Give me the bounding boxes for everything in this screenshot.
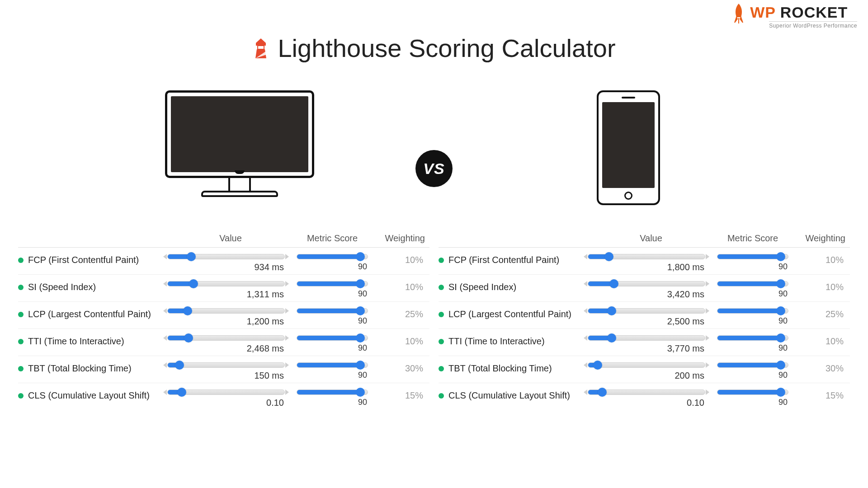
value-slider[interactable] (167, 389, 285, 395)
score-slider[interactable] (717, 254, 788, 259)
metric-label: TTI (Time to Interactive) (439, 335, 588, 347)
metric-score: 90 (294, 289, 371, 299)
value-slider[interactable] (588, 254, 705, 259)
metric-label: CLS (Cumulative Layout Shift) (439, 389, 588, 401)
value-slider[interactable] (588, 281, 705, 286)
score-slider[interactable] (717, 389, 788, 395)
desktop-metrics-table: Value Metric Score Weighting FCP (First … (18, 233, 429, 410)
col-score: Metric Score (294, 233, 371, 244)
value-slider[interactable] (588, 335, 705, 341)
metric-score: 90 (294, 343, 371, 353)
status-dot-icon (18, 312, 24, 317)
value-slider[interactable] (588, 362, 705, 368)
brand-rocket: ROCKET (780, 4, 848, 21)
metric-label: FCP (First Contentful Paint) (439, 254, 588, 265)
mobile-device-icon (597, 90, 660, 205)
metric-value: 1,200 ms (167, 316, 285, 327)
metric-score: 90 (294, 262, 371, 272)
value-slider[interactable] (167, 335, 285, 341)
svg-rect-0 (258, 46, 264, 49)
metric-row: TTI (Time to Interactive)2,468 ms9010% (18, 328, 429, 356)
metric-name: FCP (First Contentful Paint) (448, 255, 559, 265)
metric-weight: 15% (371, 389, 425, 401)
metric-weight: 25% (791, 308, 845, 319)
brand-tagline: Superior WordPress Performance (769, 21, 857, 29)
metric-value: 0.10 (588, 398, 705, 408)
metric-name: SI (Speed Index) (448, 282, 516, 292)
value-slider[interactable] (167, 281, 285, 286)
metric-name: TTI (Time to Interactive) (28, 336, 124, 347)
value-slider[interactable] (167, 308, 285, 314)
metric-weight: 10% (371, 254, 425, 265)
score-slider[interactable] (717, 335, 788, 341)
col-value: Value (167, 233, 294, 244)
col-value: Value (588, 233, 714, 244)
metric-name: TTI (Time to Interactive) (448, 336, 545, 347)
status-dot-icon (439, 285, 444, 290)
metric-weight: 10% (791, 281, 845, 292)
value-slider[interactable] (167, 254, 285, 259)
rocket-icon (731, 4, 746, 23)
metric-label: TBT (Total Blocking Time) (18, 362, 167, 374)
desktop-device-icon (165, 90, 314, 205)
metric-score: 90 (714, 343, 791, 353)
metric-score: 90 (714, 316, 791, 326)
metric-row: TTI (Time to Interactive)3,770 ms9010% (439, 328, 850, 356)
metric-row: FCP (First Contentful Paint)1,800 ms9010… (439, 248, 850, 274)
metric-value: 2,468 ms (167, 343, 285, 354)
metric-weight: 10% (371, 281, 425, 292)
mobile-metrics-table: Value Metric Score Weighting FCP (First … (439, 233, 850, 410)
metric-row: CLS (Cumulative Layout Shift)0.109015% (439, 383, 850, 410)
score-slider[interactable] (717, 281, 788, 286)
status-dot-icon (18, 393, 24, 399)
metric-name: TBT (Total Blocking Time) (28, 363, 132, 374)
score-slider[interactable] (717, 308, 788, 314)
metric-weight: 10% (371, 335, 425, 347)
score-slider[interactable] (297, 254, 368, 259)
score-slider[interactable] (297, 308, 368, 314)
metric-weight: 10% (791, 335, 845, 347)
metric-value: 3,420 ms (588, 289, 705, 300)
metric-row: CLS (Cumulative Layout Shift)0.109015% (18, 383, 429, 410)
score-slider[interactable] (717, 362, 788, 368)
metric-name: SI (Speed Index) (28, 282, 96, 292)
metric-row: TBT (Total Blocking Time)200 ms9030% (439, 356, 850, 383)
brand-logo: WP ROCKET Superior WordPress Performance (731, 4, 857, 29)
score-slider[interactable] (297, 389, 368, 395)
metric-row: LCP (Largest Contentful Paint)1,200 ms90… (18, 301, 429, 328)
metric-value: 2,500 ms (588, 316, 705, 327)
status-dot-icon (439, 366, 444, 371)
brand-wp: WP (750, 4, 775, 21)
metric-label: LCP (Largest Contentful Paint) (18, 308, 167, 319)
col-weight: Weighting (371, 233, 425, 244)
value-slider[interactable] (588, 308, 705, 314)
metric-name: CLS (Cumulative Layout Shift) (448, 390, 570, 401)
value-slider[interactable] (588, 389, 705, 395)
status-dot-icon (439, 339, 444, 344)
metric-name: CLS (Cumulative Layout Shift) (28, 390, 150, 401)
status-dot-icon (439, 258, 444, 263)
metric-label: LCP (Largest Contentful Paint) (439, 308, 588, 319)
metric-value: 1,311 ms (167, 289, 285, 300)
col-score: Metric Score (714, 233, 791, 244)
metric-label: CLS (Cumulative Layout Shift) (18, 389, 167, 401)
metric-row: SI (Speed Index)1,311 ms9010% (18, 274, 429, 301)
metric-score: 90 (714, 371, 791, 380)
metric-score: 90 (294, 398, 371, 407)
score-slider[interactable] (297, 362, 368, 368)
score-slider[interactable] (297, 335, 368, 341)
status-dot-icon (18, 285, 24, 290)
status-dot-icon (18, 258, 24, 263)
metric-value: 934 ms (167, 262, 285, 272)
metric-weight: 10% (791, 254, 845, 265)
metric-row: TBT (Total Blocking Time)150 ms9030% (18, 356, 429, 383)
metric-score: 90 (714, 289, 791, 299)
metric-weight: 25% (371, 308, 425, 319)
metric-row: LCP (Largest Contentful Paint)2,500 ms90… (439, 301, 850, 328)
metric-weight: 15% (791, 389, 845, 401)
metric-score: 90 (714, 262, 791, 272)
metric-score: 90 (294, 316, 371, 326)
score-slider[interactable] (297, 281, 368, 286)
metric-label: TBT (Total Blocking Time) (439, 362, 588, 374)
value-slider[interactable] (167, 362, 285, 368)
